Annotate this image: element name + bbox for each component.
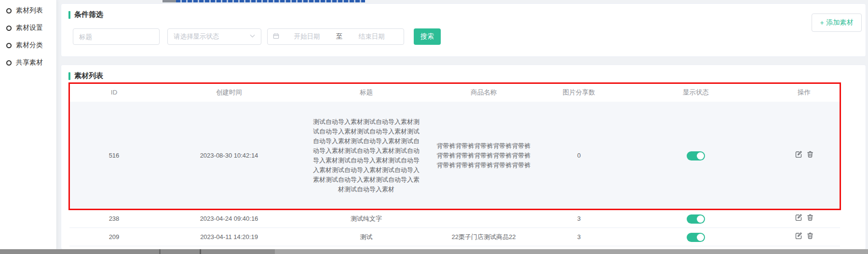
radio-circle-icon xyxy=(6,43,12,48)
scrollbar-tick xyxy=(159,249,161,254)
cell-created-time: 2023-04-11 14:20:19 xyxy=(159,229,299,245)
sidebar-item-material-category[interactable]: 素材分类 xyxy=(0,37,56,54)
sidebar-item-material-settings[interactable]: 素材设置 xyxy=(0,19,56,37)
edit-icon[interactable] xyxy=(795,214,802,221)
display-status-select[interactable]: 请选择显示状态 xyxy=(167,28,261,45)
sidebar: 素材列表 素材设置 素材分类 共享素材 xyxy=(0,0,57,249)
column-header-actions: 操作 xyxy=(768,85,840,100)
title-filter-input[interactable] xyxy=(73,29,159,44)
chevron-down-icon xyxy=(249,32,256,41)
cell-product-name: 背带裤背带裤背带裤背带裤背带裤背带裤背带裤背带裤背带裤背带裤背带裤背带裤背带裤背… xyxy=(436,141,531,170)
section-accent-bar xyxy=(68,11,70,19)
cell-created-time: 2023-04-24 09:40:16 xyxy=(159,211,299,227)
delete-icon[interactable] xyxy=(806,232,814,240)
table-header-row: ID 创建时间 标题 商品名称 图片分享数 显示状态 操作 xyxy=(69,83,840,102)
radio-circle-icon xyxy=(6,60,12,66)
column-header-display-status: 显示状态 xyxy=(624,85,768,100)
table-row: 516 2023-08-30 10:42:14 测试自动导入素材测试自动导入素材… xyxy=(69,102,840,210)
main-content: 条件筛选 请选择显示状态 开始日期 至 结束日期 搜索 xyxy=(57,0,868,249)
clipped-top-link-text xyxy=(176,0,365,2)
display-status-toggle[interactable] xyxy=(687,151,705,160)
toggle-knob xyxy=(697,215,704,223)
sidebar-item-label: 共享素材 xyxy=(16,58,43,67)
date-end-input[interactable]: 结束日期 xyxy=(344,32,399,41)
radio-circle-icon xyxy=(6,8,12,13)
date-range-picker[interactable]: 开始日期 至 结束日期 xyxy=(267,28,404,45)
cell-share-count: 3 xyxy=(534,229,624,245)
column-header-created-time: 创建时间 xyxy=(159,85,299,100)
sidebar-item-label: 素材分类 xyxy=(16,41,43,50)
table-row: 238 2023-04-24 09:40:16 测试纯文字 3 xyxy=(69,210,840,228)
clipped-top-gray-fragment xyxy=(163,0,176,2)
edit-icon[interactable] xyxy=(795,232,802,240)
section-accent-bar xyxy=(68,72,70,80)
toggle-knob xyxy=(697,234,704,241)
sidebar-item-material-list[interactable]: 素材列表 xyxy=(0,2,56,19)
horizontal-scrollbar[interactable] xyxy=(0,249,868,254)
table-row: 209 2023-04-11 14:20:19 测试 22栗子门店测试商品22 … xyxy=(69,228,840,246)
display-status-toggle[interactable] xyxy=(687,233,705,242)
filter-panel: 条件筛选 请选择显示状态 开始日期 至 结束日期 搜索 xyxy=(61,3,866,57)
cell-id: 238 xyxy=(69,211,159,227)
sidebar-item-shared-material[interactable]: 共享素材 xyxy=(0,54,56,71)
scrollbar-tick xyxy=(200,249,201,254)
edit-icon[interactable] xyxy=(795,150,802,158)
materials-table: ID 创建时间 标题 商品名称 图片分享数 显示状态 操作 516 2023-0… xyxy=(69,83,840,246)
add-material-button[interactable]: + 添加素材 xyxy=(812,13,862,32)
cell-title: 测试 xyxy=(360,232,373,242)
plus-icon: + xyxy=(820,19,824,27)
material-list-panel: 素材列表 ID 创建时间 标题 商品名称 图片分享数 显示状态 操作 516 2… xyxy=(61,65,866,249)
calendar-icon xyxy=(272,32,280,41)
scrollbar-thumb[interactable] xyxy=(0,249,275,254)
cell-title: 测试自动导入素材测试自动导入素材测试自动导入素材测试自动导入素材测试自动导入素材… xyxy=(312,117,421,194)
cell-product-name: 22栗子门店测试商品22 xyxy=(452,232,516,242)
sidebar-item-label: 素材列表 xyxy=(16,6,43,15)
cell-id: 209 xyxy=(69,229,159,245)
cell-created-time: 2023-08-30 10:42:14 xyxy=(159,148,299,163)
highlight-region: ID 创建时间 标题 商品名称 图片分享数 显示状态 操作 516 2023-0… xyxy=(69,83,840,210)
date-separator: 至 xyxy=(334,32,345,41)
column-header-product-name: 商品名称 xyxy=(433,85,534,100)
display-status-toggle[interactable] xyxy=(687,214,705,224)
sidebar-item-label: 素材设置 xyxy=(16,24,43,32)
add-material-label: 添加素材 xyxy=(827,18,854,27)
search-button[interactable]: 搜索 xyxy=(414,28,441,45)
cell-share-count: 0 xyxy=(534,148,624,163)
list-section-title: 素材列表 xyxy=(74,71,103,80)
cell-share-count: 3 xyxy=(534,211,624,227)
column-header-share-count: 图片分享数 xyxy=(534,85,624,100)
radio-circle-icon xyxy=(6,26,12,31)
title-filter-field xyxy=(73,28,160,45)
cell-title: 测试纯文字 xyxy=(351,214,382,224)
delete-icon[interactable] xyxy=(806,214,814,221)
column-header-title: 标题 xyxy=(299,85,433,100)
toggle-knob xyxy=(697,152,704,160)
column-header-id: ID xyxy=(69,85,159,100)
delete-icon[interactable] xyxy=(806,150,814,158)
date-start-input[interactable]: 开始日期 xyxy=(280,32,334,41)
cell-id: 516 xyxy=(69,148,159,163)
filter-section-title: 条件筛选 xyxy=(74,10,103,19)
display-status-placeholder: 请选择显示状态 xyxy=(174,32,219,41)
